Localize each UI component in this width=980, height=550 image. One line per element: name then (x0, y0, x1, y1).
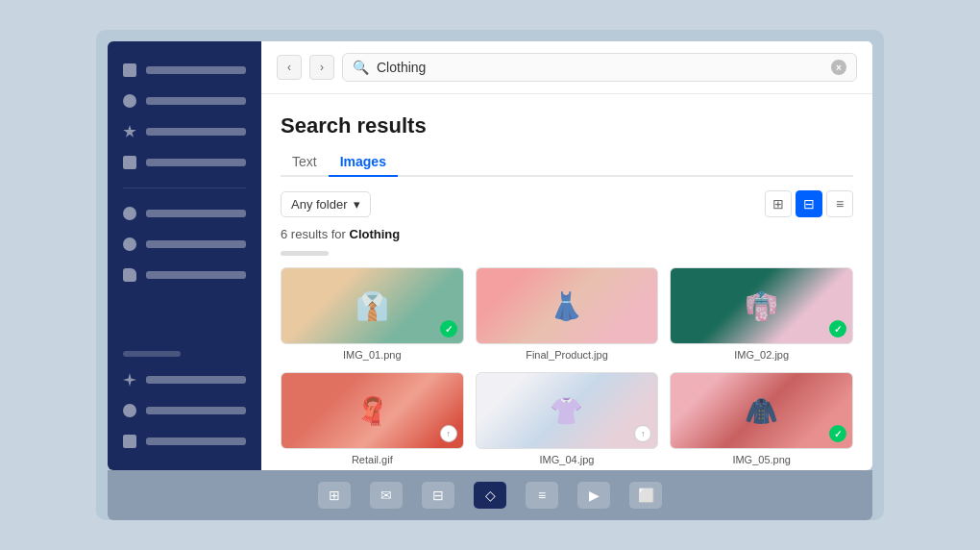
list-item[interactable]: 🧣 ↑ Retail.gif (281, 372, 464, 465)
search-input[interactable]: Clothing (377, 60, 823, 75)
image-thumbnail: 👗 (476, 267, 659, 344)
sidebar-item-item5[interactable] (108, 200, 261, 227)
list-item[interactable]: 👚 ↑ IMG_04.jpg (476, 372, 659, 465)
sidebar-item-label (146, 407, 246, 414)
diamond3-icon (123, 404, 136, 417)
content-area: Search results Text Images Any folder ▾ … (261, 94, 872, 470)
view-list-button[interactable]: ≡ (826, 190, 853, 217)
taskbar-doc-icon[interactable]: ≡ (526, 482, 558, 509)
image-overlay: 👗 (477, 268, 658, 343)
sidebar-item-label (146, 66, 246, 74)
sidebar-divider (123, 188, 246, 188)
image-filename: Retail.gif (352, 454, 393, 465)
tab-images[interactable]: Images (329, 148, 398, 177)
box2-icon (123, 435, 136, 448)
sparkle-icon (123, 373, 136, 387)
image-thumbnail: 👚 ↑ (476, 372, 659, 449)
sidebar-item-item9[interactable] (108, 397, 261, 424)
sidebar-item-smart[interactable] (108, 366, 261, 393)
image-grid: 👔 ✓ IMG_01.png 👗 Final_Product.jpg (281, 267, 853, 465)
image-filename: IMG_01.png (343, 349, 402, 361)
list-item[interactable]: 🧥 ✓ IMG_05.png (670, 372, 853, 465)
forward-button[interactable]: › (309, 55, 334, 80)
folder-icon (123, 268, 136, 282)
sidebar-item-users[interactable] (108, 88, 261, 114)
chevron-down-icon: ▾ (354, 197, 360, 212)
check-badge: ✓ (829, 320, 846, 338)
results-prefix: 6 results for (281, 227, 350, 241)
folder-label: Any folder (291, 197, 348, 212)
folder-dropdown[interactable]: Any folder ▾ (281, 191, 371, 217)
app-window: ‹ › 🔍 Clothing × Search results Text Ima… (108, 41, 872, 470)
sidebar-item-label (146, 128, 246, 136)
image-overlay: 🧣 (282, 373, 463, 448)
back-button[interactable]: ‹ (277, 55, 302, 80)
image-overlay: 👘 (671, 268, 852, 343)
sidebar-item-label (146, 376, 246, 384)
view-tight-grid-button[interactable]: ⊟ (796, 190, 822, 217)
taskbar-table-icon[interactable]: ⊟ (422, 482, 454, 509)
outer-frame: ‹ › 🔍 Clothing × Search results Text Ima… (96, 30, 884, 520)
tab-text[interactable]: Text (281, 148, 329, 177)
list-item[interactable]: 👗 Final_Product.jpg (476, 267, 659, 361)
sidebar-item-files[interactable] (108, 262, 261, 288)
taskbar-mail-icon[interactable]: ✉ (370, 482, 403, 509)
sidebar (108, 41, 261, 470)
image-thumbnail: 🧥 ✓ (670, 372, 853, 449)
clear-search-button[interactable]: × (831, 60, 846, 75)
search-icon: 🔍 (353, 60, 369, 75)
page-title: Search results (281, 113, 853, 138)
sidebar-item-label (146, 438, 246, 445)
image-overlay: 👔 (282, 268, 463, 343)
sidebar-item-label (146, 210, 246, 217)
view-toggles: ⊞ ⊟ ≡ (765, 190, 853, 217)
chart-icon (123, 63, 136, 77)
taskbar-dropbox-icon[interactable]: ◇ (474, 482, 506, 509)
taskbar: ⊞ ✉ ⊟ ◇ ≡ ▶ ⬜ (108, 470, 872, 520)
user-icon (123, 94, 136, 108)
list-item[interactable]: 👔 ✓ IMG_01.png (281, 267, 464, 361)
sidebar-item-item10[interactable] (108, 428, 261, 455)
image-filename: IMG_05.png (732, 454, 791, 465)
image-thumbnail: 👘 ✓ (670, 267, 853, 344)
sidebar-item-item6[interactable] (108, 231, 261, 258)
view-loose-grid-button[interactable]: ⊞ (765, 190, 792, 217)
upload-badge: ↑ (440, 425, 457, 442)
image-filename: IMG_02.jpg (734, 349, 789, 361)
main-content: ‹ › 🔍 Clothing × Search results Text Ima… (261, 41, 872, 470)
scroll-indicator (281, 251, 329, 256)
check-badge: ✓ (440, 320, 457, 338)
box-icon (123, 156, 136, 169)
image-thumbnail: 👔 ✓ (281, 267, 464, 344)
sidebar-item-label (146, 159, 246, 166)
taskbar-play-icon[interactable]: ▶ (577, 482, 610, 509)
sidebar-item-label (146, 240, 246, 248)
search-input-wrapper: 🔍 Clothing × (342, 53, 857, 82)
sidebar-section-label (123, 351, 181, 357)
tab-bar: Text Images (281, 148, 853, 177)
image-overlay: 👚 (477, 373, 658, 448)
image-thumbnail: 🧣 ↑ (281, 372, 464, 449)
image-filename: Final_Product.jpg (526, 349, 608, 361)
search-bar: ‹ › 🔍 Clothing × (261, 41, 872, 94)
diamond-icon (123, 207, 136, 220)
sidebar-item-dashboard[interactable] (108, 57, 261, 84)
sidebar-item-favorites[interactable] (108, 118, 261, 145)
taskbar-grid-icon[interactable]: ⊞ (318, 482, 351, 509)
star-icon (123, 125, 136, 138)
sidebar-item-label (146, 97, 246, 105)
filter-row: Any folder ▾ ⊞ ⊟ ≡ (281, 190, 853, 217)
check-badge: ✓ (829, 425, 846, 442)
image-filename: IMG_04.jpg (540, 454, 595, 465)
results-keyword: Clothing (350, 227, 401, 241)
sidebar-item-item4[interactable] (108, 149, 261, 176)
sidebar-item-label (146, 271, 246, 279)
diamond2-icon (123, 238, 136, 251)
results-count: 6 results for Clothing (281, 227, 853, 241)
taskbar-chat-icon[interactable]: ⬜ (629, 482, 662, 509)
image-overlay: 🧥 (671, 373, 852, 448)
list-item[interactable]: 👘 ✓ IMG_02.jpg (670, 267, 853, 361)
